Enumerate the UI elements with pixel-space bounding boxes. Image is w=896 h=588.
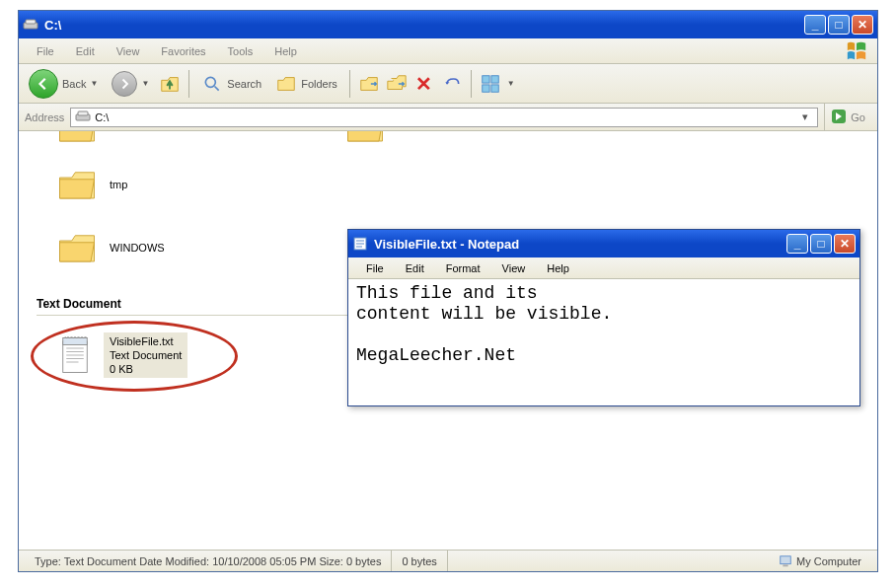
svg-rect-11 xyxy=(63,341,88,373)
text-file-icon xyxy=(56,334,94,376)
computer-icon xyxy=(779,554,792,568)
toolbar-separator xyxy=(471,70,472,98)
toolbar-separator xyxy=(188,70,189,98)
notepad-menu-edit[interactable]: Edit xyxy=(396,259,434,277)
file-details: VisibleFile.txt Text Document 0 KB xyxy=(104,332,187,378)
explorer-menubar: File Edit View Favorites Tools Help xyxy=(19,38,877,64)
drive-icon xyxy=(23,17,38,33)
svg-rect-6 xyxy=(483,84,489,91)
notepad-icon xyxy=(352,236,368,252)
go-arrow-icon xyxy=(831,109,847,126)
menu-edit[interactable]: Edit xyxy=(66,42,105,60)
svg-rect-7 xyxy=(491,84,498,91)
folder-windows[interactable]: WINDOWS xyxy=(56,230,165,265)
menu-view[interactable]: View xyxy=(107,42,150,60)
back-label: Back xyxy=(62,78,86,90)
forward-dropdown-icon[interactable]: ▼ xyxy=(141,79,149,88)
undo-button[interactable] xyxy=(441,73,463,95)
folder-icon xyxy=(56,230,98,265)
search-label: Search xyxy=(227,78,261,90)
explorer-title: C:\ xyxy=(44,18,804,33)
folder-item[interactable] xyxy=(344,131,386,145)
back-arrow-icon xyxy=(29,69,58,99)
folders-label: Folders xyxy=(301,78,337,90)
views-dropdown-icon[interactable]: ▼ xyxy=(507,79,515,88)
notepad-window-controls: _ □ ✕ xyxy=(786,234,856,254)
notepad-menu-help[interactable]: Help xyxy=(537,259,579,277)
address-bar: Address C:\ ▾ Go xyxy=(19,104,877,131)
menu-file[interactable]: File xyxy=(27,42,64,60)
forward-arrow-icon xyxy=(112,71,137,97)
status-details: Type: Text Document Date Modified: 10/10… xyxy=(25,551,392,571)
explorer-toolbar: Back ▼ ▼ Search Folders xyxy=(19,64,877,104)
toolbar-separator xyxy=(349,70,350,98)
notepad-title: VisibleFile.txt - Notepad xyxy=(374,237,786,252)
address-drive-icon xyxy=(75,109,91,126)
svg-rect-1 xyxy=(26,20,36,24)
folder-icon xyxy=(56,131,98,145)
notepad-menu-file[interactable]: File xyxy=(356,259,394,277)
folders-icon xyxy=(275,73,297,95)
notepad-maximize-button[interactable]: □ xyxy=(810,234,832,254)
section-header-text-document: Text Document xyxy=(37,297,121,311)
move-to-button[interactable] xyxy=(358,73,380,95)
folder-tmp[interactable]: tmp xyxy=(56,167,127,202)
file-name: VisibleFile.txt xyxy=(110,334,182,348)
maximize-button[interactable]: □ xyxy=(828,15,850,35)
notepad-menubar: File Edit Format View Help xyxy=(348,257,859,279)
folders-button[interactable]: Folders xyxy=(271,71,341,97)
views-button[interactable] xyxy=(480,73,501,95)
notepad-minimize-button[interactable]: _ xyxy=(786,234,808,254)
folder-label: tmp xyxy=(110,179,127,190)
svg-rect-4 xyxy=(483,75,489,82)
notepad-close-button[interactable]: ✕ xyxy=(834,234,856,254)
address-input[interactable]: C:\ ▾ xyxy=(70,108,818,127)
delete-button[interactable]: ✕ xyxy=(413,73,435,95)
status-bytes: 0 bytes xyxy=(392,551,447,571)
window-controls: _ □ ✕ xyxy=(804,15,873,35)
svg-line-3 xyxy=(215,86,219,90)
folder-icon xyxy=(56,167,98,202)
notepad-titlebar[interactable]: VisibleFile.txt - Notepad _ □ ✕ xyxy=(348,230,859,257)
svg-rect-19 xyxy=(783,564,787,566)
svg-rect-5 xyxy=(491,75,498,82)
go-label: Go xyxy=(851,111,865,123)
file-size: 0 KB xyxy=(110,362,182,376)
go-button[interactable]: Go xyxy=(824,104,871,131)
back-dropdown-icon[interactable]: ▼ xyxy=(90,79,98,88)
file-visiblefile[interactable]: VisibleFile.txt Text Document 0 KB xyxy=(56,332,187,378)
copy-to-button[interactable] xyxy=(386,73,408,95)
menu-help[interactable]: Help xyxy=(264,42,307,60)
folder-label: WINDOWS xyxy=(110,242,165,254)
notepad-menu-view[interactable]: View xyxy=(492,259,536,277)
address-dropdown-icon[interactable]: ▾ xyxy=(797,110,813,123)
file-type: Text Document xyxy=(110,348,182,362)
status-bar: Type: Text Document Date Modified: 10/10… xyxy=(19,550,877,571)
folder-item[interactable] xyxy=(56,131,98,145)
svg-point-2 xyxy=(206,77,216,87)
menu-tools[interactable]: Tools xyxy=(218,42,263,60)
search-icon xyxy=(201,73,223,95)
status-location: My Computer xyxy=(769,551,871,571)
svg-rect-12 xyxy=(63,338,88,345)
svg-rect-18 xyxy=(781,555,791,563)
notepad-window: VisibleFile.txt - Notepad _ □ ✕ File Edi… xyxy=(347,229,860,406)
explorer-titlebar[interactable]: C:\ _ □ ✕ xyxy=(19,11,877,38)
notepad-text-area[interactable]: This file and its content will be visibl… xyxy=(348,279,859,405)
address-value: C:\ xyxy=(95,111,109,123)
minimize-button[interactable]: _ xyxy=(804,15,826,35)
search-button[interactable]: Search xyxy=(197,71,265,97)
delete-x-icon: ✕ xyxy=(415,72,432,96)
close-button[interactable]: ✕ xyxy=(852,15,873,35)
svg-rect-9 xyxy=(78,111,88,115)
back-button[interactable]: Back ▼ xyxy=(25,67,102,101)
up-button[interactable] xyxy=(159,73,181,95)
windows-logo-icon xyxy=(844,40,869,62)
menu-favorites[interactable]: Favorites xyxy=(151,42,215,60)
forward-button[interactable]: ▼ xyxy=(108,69,153,99)
notepad-menu-format[interactable]: Format xyxy=(436,259,490,277)
folder-icon xyxy=(344,131,386,145)
address-label: Address xyxy=(25,111,64,123)
